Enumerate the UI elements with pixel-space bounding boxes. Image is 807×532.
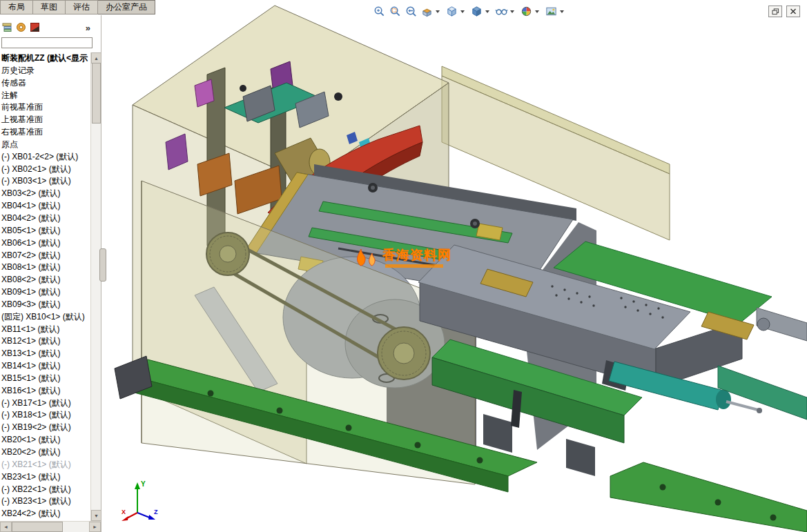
base-rail-right[interactable]: [610, 462, 807, 532]
feature-manager-tab-icon[interactable]: [2, 22, 12, 35]
tree-filter-input[interactable]: [1, 37, 93, 48]
panel-tab-bar: »: [2, 22, 90, 35]
edit-appearance-dropdown[interactable]: [535, 10, 539, 13]
scroll-up-button[interactable]: ▲: [91, 52, 101, 63]
tab-layout[interactable]: 布局: [0, 0, 33, 14]
vertical-scroll-thumb[interactable]: [92, 63, 101, 124]
solidworks-window: 香海资料网 Y X Z 布局 草图 评估 办公室产品: [0, 0, 807, 532]
tree-item[interactable]: XB05<1> (默认): [0, 225, 91, 237]
tree-item[interactable]: 断装配机ZZ (默认<显示: [0, 52, 91, 65]
tab-evaluate[interactable]: 评估: [66, 0, 98, 14]
tree-item[interactable]: XB06<1> (默认): [0, 237, 91, 250]
command-tab-bar: 布局 草图 评估 办公室产品: [0, 0, 155, 14]
tab-office-products[interactable]: 办公室产品: [98, 0, 155, 14]
tree-item[interactable]: XB03<2> (默认): [0, 188, 91, 200]
tree-item[interactable]: (-) XB19<2> (默认): [0, 422, 91, 434]
tree-item[interactable]: 前视基准面: [0, 101, 91, 114]
tab-sketch[interactable]: 草图: [33, 0, 66, 14]
property-manager-tab-icon[interactable]: [16, 22, 26, 35]
watermark-text: 香海资料网: [382, 248, 451, 262]
feature-tree: 断装配机ZZ (默认<显示历史记录传感器注解前视基准面上视基准面右视基准面原点(…: [0, 52, 91, 521]
scroll-left-button[interactable]: ◄: [0, 522, 12, 532]
view-orientation-icon[interactable]: [445, 4, 459, 19]
display-style-icon[interactable]: [469, 4, 484, 19]
tree-item[interactable]: XB20<2> (默认): [0, 446, 91, 459]
hide-show-items-icon[interactable]: [494, 4, 509, 19]
tree-item[interactable]: XB15<1> (默认): [0, 373, 91, 385]
tree-item[interactable]: (固定) XB10<1> (默认): [0, 311, 91, 324]
tree-item[interactable]: (-) XB02<1> (默认): [0, 164, 91, 176]
scroll-right-button[interactable]: ►: [89, 522, 101, 532]
watermark-subtext: [385, 264, 443, 268]
flame-icon: [352, 248, 382, 267]
tree-item[interactable]: 注解: [0, 90, 91, 102]
tree-item[interactable]: XB14<1> (默认): [0, 360, 91, 373]
section-view-dropdown[interactable]: [436, 10, 440, 13]
zoom-to-fit-icon[interactable]: [372, 4, 387, 19]
tree-item[interactable]: XB09<1> (默认): [0, 286, 91, 299]
feature-manager-panel: » 断装配机ZZ (默认<显示历史记录传感器注解前视基准面上视基准面右视基准面原…: [0, 15, 101, 532]
tree-item[interactable]: XB20<1> (默认): [0, 434, 91, 446]
apply-scene-dropdown[interactable]: [560, 10, 564, 13]
zoom-to-area-icon[interactable]: [388, 4, 402, 19]
triad-y-label: Y: [141, 480, 146, 488]
tree-item[interactable]: XB08<1> (默认): [0, 262, 91, 274]
apply-scene-icon[interactable]: [544, 4, 558, 19]
tree-item[interactable]: 原点: [0, 139, 91, 151]
configuration-manager-tab-icon[interactable]: [30, 22, 40, 35]
hide-show-items-dropdown[interactable]: [510, 10, 514, 13]
triad-x-label: X: [121, 509, 126, 515]
tree-item[interactable]: (-) XB21<1> (默认): [0, 459, 91, 471]
tree-item[interactable]: XB09<3> (默认): [0, 299, 91, 311]
tree-item[interactable]: XB04<1> (默认): [0, 200, 91, 213]
watermark: 香海资料网: [352, 248, 451, 268]
section-view-icon[interactable]: [420, 4, 434, 19]
close-window-button[interactable]: [786, 6, 800, 17]
tree-vertical-scrollbar[interactable]: ▲ ▼: [90, 52, 101, 521]
tree-item[interactable]: (-) XB01-2<2> (默认): [0, 151, 91, 164]
tree-item[interactable]: XB12<1> (默认): [0, 335, 91, 348]
tree-item[interactable]: XB24<2> (默认): [0, 508, 91, 520]
orientation-triad: Y X Z: [121, 478, 161, 526]
tree-item[interactable]: XB08<2> (默认): [0, 274, 91, 286]
tree-item[interactable]: XB23<1> (默认): [0, 471, 91, 484]
tree-item[interactable]: (-) XB18<1> (默认): [0, 409, 91, 422]
document-window-controls: [768, 6, 800, 17]
tree-item[interactable]: (-) XB23<1> (默认): [0, 495, 91, 508]
tree-item[interactable]: XB07<2> (默认): [0, 250, 91, 262]
tree-item[interactable]: 上视基准面: [0, 114, 91, 126]
tree-horizontal-scrollbar[interactable]: ◄ ►: [0, 521, 101, 532]
previous-view-icon[interactable]: [404, 4, 418, 19]
panel-splitter[interactable]: [99, 248, 106, 282]
tree-item[interactable]: XB04<2> (默认): [0, 213, 91, 225]
view-toolbar: [371, 4, 568, 19]
restore-window-button[interactable]: [768, 6, 782, 17]
triad-z-label: Z: [154, 509, 158, 515]
horizontal-scroll-track[interactable]: [63, 522, 89, 532]
tree-item[interactable]: (-) XB17<1> (默认): [0, 397, 91, 410]
view-orientation-dropdown[interactable]: [460, 10, 465, 13]
horizontal-scroll-thumb[interactable]: [12, 522, 63, 532]
panel-overflow-chevron[interactable]: »: [86, 23, 90, 34]
tree-item[interactable]: XB16<1> (默认): [0, 385, 91, 397]
tree-item[interactable]: XB13<1> (默认): [0, 348, 91, 360]
edit-appearance-icon[interactable]: [519, 4, 534, 19]
tree-item[interactable]: 历史记录: [0, 65, 91, 77]
tree-item[interactable]: XB11<1> (默认): [0, 324, 91, 336]
tree-item[interactable]: (-) XB22<1> (默认): [0, 484, 91, 496]
display-style-dropdown[interactable]: [485, 10, 489, 13]
tree-item[interactable]: 传感器: [0, 77, 91, 90]
scroll-down-button[interactable]: ▼: [91, 510, 101, 521]
tree-item[interactable]: (-) XB03<1> (默认): [0, 175, 91, 188]
guide-rail-right[interactable]: [718, 366, 807, 420]
tree-item[interactable]: 右视基准面: [0, 126, 91, 139]
